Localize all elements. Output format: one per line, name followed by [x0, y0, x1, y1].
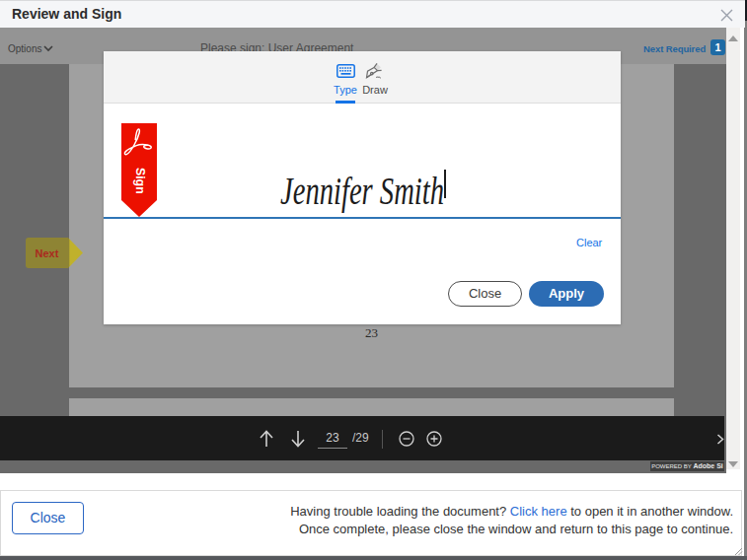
svg-text:Jennifer Smith: Jennifer Smith	[280, 170, 444, 213]
svg-text:Next: Next	[36, 247, 59, 259]
svg-text:Sign: Sign	[133, 168, 147, 194]
